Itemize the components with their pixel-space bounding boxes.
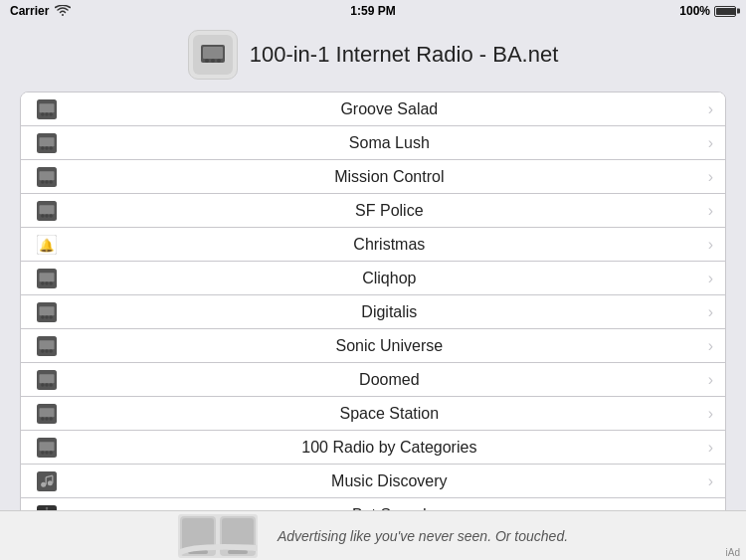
ad-text: Advertising like you've never seen. Or t… — [278, 528, 568, 544]
chevron-icon-music-discovery: › — [708, 472, 713, 490]
item-icon-cliqhop — [33, 265, 61, 292]
svg-rect-34 — [40, 306, 55, 315]
chevron-icon-groove-salad: › — [708, 100, 713, 118]
item-label-christmas: Christmas — [71, 236, 708, 254]
svg-rect-77 — [228, 550, 248, 554]
chevron-icon-sonic-universe: › — [708, 337, 713, 355]
item-label-digitalis: Digitalis — [71, 303, 708, 321]
item-icon-music-discovery — [33, 467, 61, 495]
item-label-groove-salad: Groove Salad — [71, 100, 708, 118]
status-left: Carrier — [10, 4, 71, 18]
svg-point-8 — [41, 112, 44, 115]
svg-point-32 — [50, 281, 53, 284]
svg-point-50 — [41, 417, 44, 420]
list-item-soma-lush[interactable]: Soma Lush › — [21, 126, 725, 160]
svg-point-55 — [41, 451, 44, 454]
ad-banner: Advertising like you've never seen. Or t… — [0, 510, 746, 560]
svg-point-10 — [50, 112, 53, 115]
svg-text:🔔: 🔔 — [39, 238, 55, 254]
chevron-icon-soma-lush: › — [708, 134, 713, 152]
battery-percent: 100% — [679, 4, 710, 18]
item-label-soma-lush: Soma Lush — [71, 134, 708, 152]
svg-point-9 — [45, 112, 48, 115]
svg-point-4 — [211, 59, 215, 63]
app-icon — [188, 30, 238, 80]
svg-point-70 — [46, 507, 49, 510]
list-item-mission-control[interactable]: Mission Control › — [21, 160, 725, 194]
svg-rect-49 — [40, 408, 55, 417]
svg-point-14 — [45, 146, 48, 149]
battery-icon — [714, 6, 736, 17]
item-label-sonic-universe: Sonic Universe — [71, 337, 708, 355]
list-item-groove-salad[interactable]: Groove Salad › — [21, 93, 725, 126]
svg-point-60 — [48, 480, 53, 485]
svg-point-19 — [45, 180, 48, 183]
chevron-icon-cliqhop: › — [708, 270, 713, 287]
item-icon-sf-police — [33, 197, 61, 225]
app-icon-svg — [193, 35, 233, 75]
list-item-doomed[interactable]: Doomed › — [21, 363, 725, 397]
chevron-icon-mission-control: › — [708, 168, 713, 186]
item-label-sf-police: SF Police — [71, 202, 708, 220]
svg-point-51 — [45, 417, 48, 420]
list-item-music-discovery[interactable]: Music Discovery › — [21, 465, 725, 498]
item-label-100-radio-categories: 100 Radio by Categories — [71, 439, 708, 457]
ad-label: iAd — [726, 547, 740, 558]
item-icon-sonic-universe — [33, 332, 61, 360]
svg-point-57 — [50, 451, 53, 454]
svg-point-23 — [41, 214, 44, 217]
item-icon-doomed — [33, 366, 61, 394]
svg-point-42 — [50, 349, 53, 352]
item-icon-digitalis — [33, 298, 61, 326]
item-label-doomed: Doomed — [71, 371, 708, 389]
chevron-icon-100-radio-categories: › — [708, 439, 713, 457]
item-label-space-station: Space Station — [71, 405, 708, 423]
svg-rect-54 — [40, 442, 55, 451]
svg-point-24 — [45, 214, 48, 217]
svg-point-46 — [45, 383, 48, 386]
svg-point-47 — [50, 383, 53, 386]
item-icon-groove-salad — [33, 95, 61, 123]
svg-rect-7 — [40, 103, 55, 112]
status-time: 1:59 PM — [350, 4, 395, 18]
svg-point-25 — [50, 214, 53, 217]
svg-point-18 — [41, 180, 44, 183]
list-item-digitalis[interactable]: Digitalis › — [21, 295, 725, 329]
svg-rect-29 — [40, 273, 55, 281]
chevron-icon-doomed: › — [708, 371, 713, 389]
list-item-sonic-universe[interactable]: Sonic Universe › — [21, 329, 725, 363]
list-item-sf-police[interactable]: SF Police › — [21, 194, 725, 228]
radio-list: Groove Salad › Soma Lush › Mission Contr… — [20, 92, 726, 533]
svg-rect-17 — [40, 171, 55, 180]
app-title: 100-in-1 Internet Radio - BA.net — [250, 42, 559, 68]
svg-point-5 — [217, 59, 221, 63]
svg-point-13 — [41, 146, 44, 149]
item-label-cliqhop: Cliqhop — [71, 270, 708, 287]
svg-rect-58 — [37, 471, 57, 491]
battery-fill — [716, 8, 736, 15]
carrier-label: Carrier — [10, 4, 49, 18]
list-item-100-radio-categories[interactable]: 100 Radio by Categories › — [21, 431, 725, 465]
item-label-mission-control: Mission Control — [71, 168, 708, 186]
list-item-cliqhop[interactable]: Cliqhop › — [21, 262, 725, 295]
item-icon-soma-lush — [33, 129, 61, 157]
chevron-icon-christmas: › — [708, 236, 713, 254]
chevron-icon-space-station: › — [708, 405, 713, 423]
svg-rect-44 — [40, 374, 55, 383]
svg-rect-39 — [40, 340, 55, 349]
svg-point-45 — [41, 383, 44, 386]
list-item-christmas[interactable]: 🔔 Christmas › — [21, 228, 725, 262]
status-bar: Carrier 1:59 PM 100% — [0, 0, 746, 22]
item-icon-mission-control — [33, 163, 61, 191]
app-header: 100-in-1 Internet Radio - BA.net — [0, 22, 746, 92]
status-right: 100% — [679, 4, 736, 18]
svg-point-30 — [41, 281, 44, 284]
svg-point-35 — [41, 315, 44, 318]
svg-point-36 — [45, 315, 48, 318]
svg-point-59 — [41, 481, 46, 486]
item-icon-christmas: 🔔 — [33, 231, 61, 259]
svg-point-3 — [205, 59, 209, 63]
list-item-space-station[interactable]: Space Station › — [21, 397, 725, 431]
item-icon-space-station — [33, 400, 61, 428]
svg-point-40 — [41, 349, 44, 352]
